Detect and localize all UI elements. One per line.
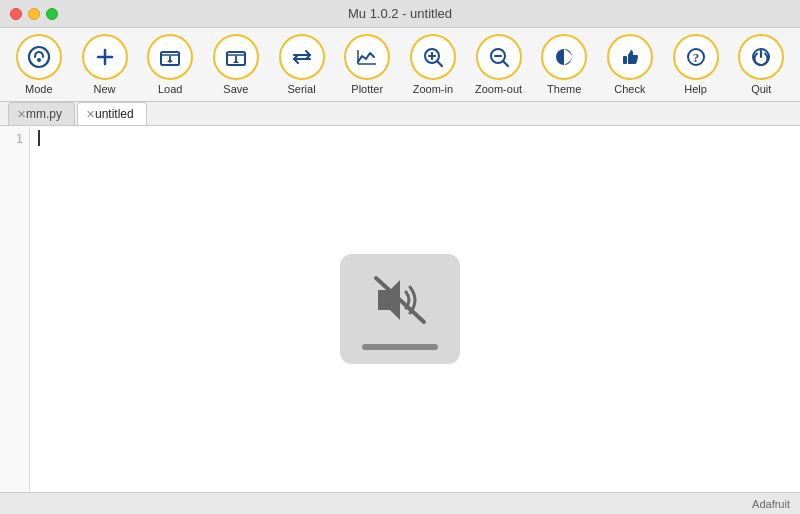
mute-icon	[368, 268, 432, 336]
text-cursor	[38, 130, 40, 146]
tab-mm-py[interactable]: ✕ mm.py	[8, 102, 75, 125]
close-tab-mm-py[interactable]: ✕	[17, 108, 26, 121]
line-numbers: 1	[0, 126, 30, 492]
svg-point-0	[29, 47, 49, 67]
svg-rect-19	[623, 56, 627, 64]
close-button[interactable]	[10, 8, 22, 20]
tab-untitled[interactable]: ✕ untitled	[77, 102, 147, 125]
load-button[interactable]: Load	[139, 34, 201, 95]
serial-button[interactable]: Serial	[271, 34, 333, 95]
zoom-in-label: Zoom-in	[413, 83, 453, 95]
tab-mm-py-label: mm.py	[26, 107, 62, 121]
quit-button[interactable]: Quit	[730, 34, 792, 95]
serial-label: Serial	[287, 83, 315, 95]
tab-untitled-label: untitled	[95, 107, 134, 121]
editor-area: 1	[0, 126, 800, 492]
plotter-label: Plotter	[351, 83, 383, 95]
save-label: Save	[223, 83, 248, 95]
svg-line-18	[503, 61, 508, 66]
toolbar: Mode New Load	[0, 28, 800, 102]
window-title: Mu 1.0.2 - untitled	[348, 6, 452, 21]
check-label: Check	[614, 83, 645, 95]
zoom-in-button[interactable]: Zoom-in	[402, 34, 464, 95]
maximize-button[interactable]	[46, 8, 58, 20]
svg-text:?: ?	[692, 50, 699, 65]
check-button[interactable]: Check	[599, 34, 661, 95]
save-button[interactable]: Save	[205, 34, 267, 95]
minimize-button[interactable]	[28, 8, 40, 20]
quit-label: Quit	[751, 83, 771, 95]
line-number-1: 1	[6, 130, 23, 149]
load-label: Load	[158, 83, 182, 95]
close-tab-untitled[interactable]: ✕	[86, 108, 95, 121]
theme-label: Theme	[547, 83, 581, 95]
zoom-out-button[interactable]: Zoom-out	[468, 34, 530, 95]
mode-label: Mode	[25, 83, 53, 95]
mute-overlay	[340, 254, 460, 364]
tabs-bar: ✕ mm.py ✕ untitled	[0, 102, 800, 126]
new-label: New	[94, 83, 116, 95]
help-button[interactable]: ? Help	[665, 34, 727, 95]
new-button[interactable]: New	[74, 34, 136, 95]
window-controls	[10, 8, 58, 20]
svg-marker-24	[378, 280, 400, 320]
title-bar: Mu 1.0.2 - untitled	[0, 0, 800, 28]
status-label: Adafruit	[752, 498, 790, 510]
mode-button[interactable]: Mode	[8, 34, 70, 95]
zoom-out-label: Zoom-out	[475, 83, 522, 95]
svg-point-1	[37, 58, 41, 62]
svg-line-15	[437, 61, 442, 66]
help-label: Help	[684, 83, 707, 95]
status-bar: Adafruit	[0, 492, 800, 514]
mute-progress-bar	[362, 344, 438, 350]
theme-button[interactable]: Theme	[533, 34, 595, 95]
plotter-button[interactable]: Plotter	[336, 34, 398, 95]
